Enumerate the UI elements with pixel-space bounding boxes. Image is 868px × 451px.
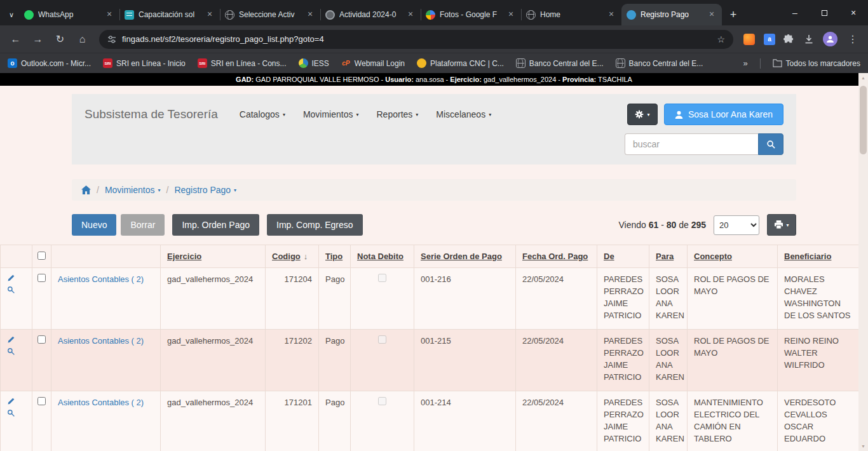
menu-movimientos[interactable]: Movimientos▾ (303, 109, 359, 119)
cell-nota-debito (351, 391, 414, 451)
tab-fotos[interactable]: Fotos - Google F × (421, 4, 521, 25)
google-photos-favicon (426, 10, 435, 20)
translate-icon[interactable] (764, 34, 775, 45)
bookmark-outlook[interactable]: o Outlook.com - Micr... (8, 58, 91, 68)
asientos-contables-link[interactable]: Asientos Contables ( 2) (58, 274, 144, 284)
all-bookmarks-button[interactable]: Todos los marcadores (773, 59, 860, 68)
tab-close-icon[interactable]: × (405, 10, 416, 20)
imp-orden-pago-button[interactable]: Imp. Orden Pago (172, 214, 259, 236)
page-size-select[interactable]: 20 (714, 215, 759, 235)
tab-close-icon[interactable]: × (205, 10, 215, 20)
header-tipo[interactable]: Tipo (319, 245, 351, 268)
cell-serie: 001-215 (414, 330, 516, 391)
header-beneficiario[interactable]: Beneficiario (778, 245, 859, 268)
chevron-down-icon: ▾ (356, 112, 358, 118)
tab-search-chevron-icon[interactable]: ∨ (4, 4, 19, 25)
breadcrumb-movimientos[interactable]: Movimientos▾ (105, 185, 161, 195)
bookmarks-overflow-icon[interactable]: » (743, 58, 747, 68)
header-nota-debito[interactable]: Nota Debito (351, 245, 414, 268)
breadcrumb-separator: / (166, 185, 169, 195)
cell-nota-debito (351, 268, 414, 330)
tab-strip: ∨ WhatsApp × Capacitación sol × Seleccio… (0, 0, 868, 25)
page-scrollbar[interactable]: ▲ ▼ (858, 73, 868, 451)
home-breadcrumb-icon[interactable] (81, 185, 91, 194)
bookmark-webmail[interactable]: cP Webmail Login (341, 58, 405, 68)
extensions-puzzle-icon[interactable] (783, 33, 796, 45)
forward-button[interactable]: → (27, 29, 48, 50)
view-icon[interactable] (7, 347, 15, 360)
nuevo-button[interactable]: Nuevo (72, 214, 116, 236)
bookmark-cnc[interactable]: Plataforma CNC | C... (417, 58, 504, 68)
browser-menu-icon[interactable]: ⋮ (843, 33, 863, 45)
row-checkbox[interactable] (37, 397, 46, 405)
breadcrumb-registro-pago[interactable]: Registro Pago▾ (174, 185, 236, 195)
window-close-button[interactable]: × (839, 0, 868, 25)
app-favicon (627, 10, 636, 20)
search-button[interactable] (758, 133, 783, 155)
edit-icon[interactable] (7, 274, 15, 286)
tab-close-icon[interactable]: × (606, 10, 616, 20)
tab-close-icon[interactable]: × (104, 10, 114, 20)
site-settings-tune-icon[interactable] (107, 35, 116, 44)
edit-icon[interactable] (7, 397, 15, 409)
user-button[interactable]: Sosa Loor Ana Karen (664, 104, 783, 125)
search-input[interactable] (625, 133, 758, 155)
asientos-contables-link[interactable]: Asientos Contables ( 2) (58, 398, 144, 407)
view-icon[interactable] (7, 286, 15, 298)
header-serie[interactable]: Serie Orden de Pago (414, 245, 516, 268)
settings-gear-button[interactable]: ▾ (627, 104, 658, 125)
window-minimize-button[interactable]: – (780, 0, 810, 25)
scroll-up-icon[interactable]: ▲ (858, 73, 868, 83)
asientos-contables-link[interactable]: Asientos Contables ( 2) (58, 336, 144, 346)
bookmark-banco-central-2[interactable]: Banco Central del E... (616, 58, 703, 68)
tab-home[interactable]: Home × (521, 4, 621, 25)
bookmark-sri-consultas[interactable]: SRI SRI en Línea - Cons... (198, 58, 287, 68)
tab-close-icon[interactable]: × (707, 10, 717, 20)
table-row: Asientos Contables ( 2) gad_vallehermos_… (1, 268, 859, 330)
imp-comp-egreso-button[interactable]: Imp. Comp. Egreso (267, 214, 363, 236)
profile-avatar[interactable] (823, 32, 837, 46)
row-checkbox[interactable] (37, 335, 46, 344)
menu-reportes[interactable]: Reportes▾ (377, 109, 419, 119)
header-para[interactable]: Para (649, 245, 688, 268)
new-tab-button[interactable]: + (724, 6, 742, 24)
row-checkbox[interactable] (37, 274, 46, 282)
bookmark-star-icon[interactable]: ☆ (717, 34, 725, 44)
tab-registro-pago[interactable]: Registro Pago × (621, 4, 722, 25)
back-button[interactable]: ← (5, 29, 26, 50)
downloads-icon[interactable] (803, 34, 815, 45)
tab-actividad[interactable]: Actividad 2024-0 × (320, 4, 421, 25)
home-button[interactable]: ⌂ (72, 29, 93, 50)
header-codigo[interactable]: Codigo↓ (266, 245, 319, 268)
chevron-down-icon: ▾ (786, 222, 789, 228)
tab-close-icon[interactable]: × (305, 10, 315, 20)
edit-icon[interactable] (7, 335, 15, 347)
cpanel-icon: cP (341, 58, 351, 68)
address-bar[interactable]: fingads.net/sf2/tesoreria/registro_pago_… (99, 30, 733, 49)
tab-whatsapp[interactable]: WhatsApp × (19, 4, 119, 25)
extension-icon-orange[interactable] (743, 34, 755, 45)
cell-para: SOSA LOOR ANA KAREN (649, 330, 688, 391)
tab-close-icon[interactable]: × (506, 10, 516, 20)
print-button[interactable]: ▾ (767, 214, 796, 236)
header-concepto[interactable]: Concepto (688, 245, 778, 268)
select-all-checkbox[interactable] (37, 252, 46, 260)
chevron-down-icon: ▾ (489, 112, 491, 118)
header-ejercicio[interactable]: Ejercicio (161, 245, 266, 268)
scroll-down-icon[interactable]: ▼ (858, 441, 868, 451)
header-fecha[interactable]: Fecha Ord. Pago (516, 245, 597, 268)
header-de[interactable]: De (597, 245, 649, 268)
borrar-button[interactable]: Borrar (121, 214, 165, 236)
view-icon[interactable] (7, 409, 15, 421)
cell-fecha: 22/05/2024 (516, 391, 597, 451)
menu-catalogos[interactable]: Catalogos▾ (240, 109, 285, 119)
window-maximize-button[interactable] (810, 0, 839, 25)
tab-seleccione-activ[interactable]: Seleccione Activ × (220, 4, 320, 25)
menu-miscelaneos[interactable]: Miscelaneos▾ (436, 109, 491, 119)
bookmark-sri-inicio[interactable]: SRI SRI en Línea - Inicio (103, 58, 186, 68)
reload-button[interactable]: ↻ (50, 29, 71, 50)
bookmark-banco-central-1[interactable]: Banco Central del E... (516, 58, 604, 68)
scrollbar-thumb[interactable] (860, 86, 867, 154)
tab-capacitacion[interactable]: Capacitación sol × (119, 4, 220, 25)
bookmark-iess[interactable]: IESS (299, 58, 329, 68)
